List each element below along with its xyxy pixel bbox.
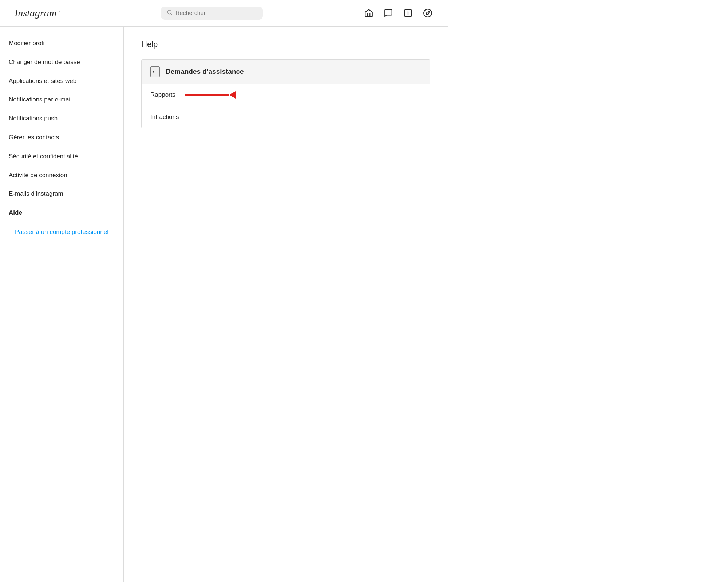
help-section: ← Demandes d'assistance Rapports Infract… (141, 59, 430, 128)
sidebar-item-applications[interactable]: Applications et sites web (0, 72, 123, 91)
arrow-line (185, 94, 229, 96)
sidebar-item-notifications-email[interactable]: Notifications par e-mail (0, 90, 123, 109)
infractions-item[interactable]: Infractions (142, 106, 430, 128)
sidebar-item-securite[interactable]: Sécurité et confidentialité (0, 147, 123, 166)
svg-point-0 (167, 10, 171, 14)
svg-point-5 (424, 9, 432, 17)
instagram-logo[interactable]: Instagram ˅ (15, 7, 60, 19)
header-nav-icons (363, 8, 433, 19)
sidebar-item-contacts[interactable]: Gérer les contacts (0, 128, 123, 147)
logo-text: Instagram (15, 7, 56, 19)
svg-marker-6 (426, 11, 429, 15)
search-icon (167, 9, 173, 17)
search-bar (161, 7, 263, 20)
sidebar-item-activite[interactable]: Activité de connexion (0, 166, 123, 185)
explore-icon[interactable] (422, 8, 433, 19)
back-header: ← Demandes d'assistance (142, 60, 430, 84)
back-button[interactable]: ← (150, 66, 160, 77)
annotation-arrow (185, 91, 236, 99)
sidebar-item-notifications-push[interactable]: Notifications push (0, 109, 123, 128)
sidebar-item-compte-pro[interactable]: Passer à un compte professionnel (0, 222, 123, 242)
messenger-icon[interactable] (383, 8, 394, 19)
page-title: Help (141, 40, 430, 49)
arrow-head (229, 91, 236, 99)
sidebar-item-aide[interactable]: Aide (0, 203, 123, 222)
sidebar-item-changer-mot-de-passe[interactable]: Changer de mot de passe (0, 53, 123, 72)
create-icon[interactable] (403, 8, 414, 19)
sidebar-item-modifier-profil[interactable]: Modifier profil (0, 34, 123, 53)
logo-chevron: ˅ (58, 10, 60, 16)
section-title: Demandes d'assistance (166, 68, 244, 76)
header: Instagram ˅ (0, 0, 448, 26)
home-icon[interactable] (363, 8, 374, 19)
search-input[interactable] (175, 10, 257, 16)
rapports-item[interactable]: Rapports (142, 84, 430, 106)
sidebar-item-emails[interactable]: E-mails d'Instagram (0, 184, 123, 203)
content-area: Help ← Demandes d'assistance Rapports I (124, 27, 448, 582)
main-container: Modifier profil Changer de mot de passe … (0, 26, 448, 582)
svg-line-1 (171, 13, 172, 15)
settings-sidebar: Modifier profil Changer de mot de passe … (0, 27, 124, 582)
